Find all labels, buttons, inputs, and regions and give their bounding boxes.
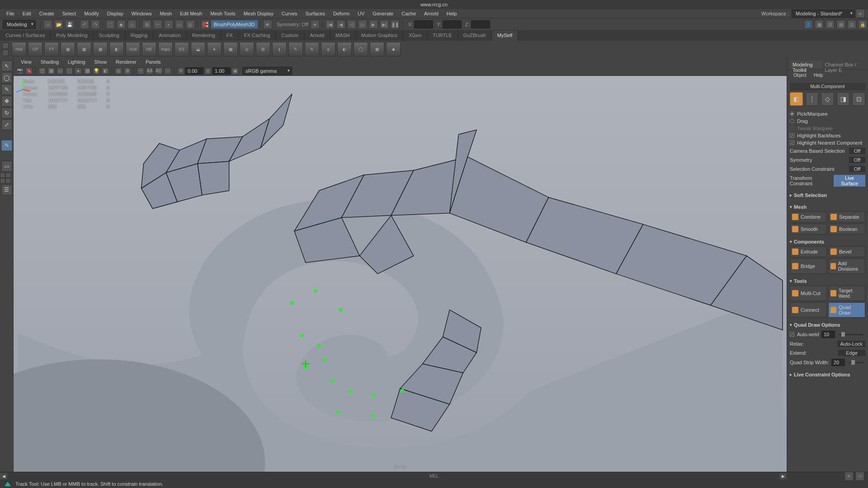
- vp-grid-icon[interactable]: ▦: [47, 67, 55, 75]
- shelf-ring-icon[interactable]: ◎: [240, 42, 254, 56]
- vp-view[interactable]: View: [16, 58, 36, 66]
- tab-custom[interactable]: Custom: [276, 31, 304, 41]
- vp-color-icon[interactable]: ◉: [231, 67, 239, 75]
- vp-textured-icon[interactable]: ▩: [84, 67, 91, 75]
- snap-point-icon[interactable]: •: [164, 20, 173, 29]
- tab-motion-graphics[interactable]: Motion Graphics: [356, 31, 403, 41]
- layout-d-icon[interactable]: [5, 178, 11, 183]
- vertex-mode-button[interactable]: ⋮: [806, 92, 819, 106]
- vp-xray-icon[interactable]: ◎: [115, 67, 122, 75]
- play-back-icon[interactable]: ◁: [347, 20, 356, 29]
- vp-shaded-icon[interactable]: ●: [75, 67, 82, 75]
- layout1-icon[interactable]: ▦: [815, 20, 824, 29]
- construction-history-icon[interactable]: ❖: [263, 20, 272, 29]
- colorspace-dropdown[interactable]: sRGB gamma: [242, 67, 292, 75]
- x-input[interactable]: [414, 20, 433, 28]
- quad-draw-options-section[interactable]: Quad Draw Options: [790, 320, 865, 329]
- relax-value[interactable]: Auto-Lock: [837, 341, 865, 347]
- rewind-icon[interactable]: |◀: [326, 20, 335, 29]
- menu-curves[interactable]: Curves: [278, 9, 302, 18]
- vp-iso-icon[interactable]: ◫: [38, 67, 46, 75]
- shelf-snap-icon[interactable]: ↯: [305, 42, 319, 56]
- shelf-cubes-icon[interactable]: ▦: [77, 42, 91, 56]
- sidebar-toggle-icon[interactable]: ≡: [856, 9, 865, 18]
- shelf-cube-solid-icon[interactable]: ◧: [109, 42, 124, 56]
- shelf-split-icon[interactable]: ⫿: [272, 42, 287, 56]
- menu-deform[interactable]: Deform: [329, 9, 354, 18]
- subtab-help[interactable]: Help: [810, 71, 827, 79]
- vp-motion-icon[interactable]: 〰: [137, 67, 144, 75]
- selection-constraint-value[interactable]: Off: [849, 166, 865, 172]
- highlight-backfaces-check[interactable]: [790, 133, 794, 138]
- tab-fx-caching[interactable]: FX Caching: [239, 31, 276, 41]
- vp-renderer[interactable]: Renderer: [111, 58, 141, 66]
- menu-set-dropdown[interactable]: Modeling: [3, 20, 36, 29]
- shelf-lattice-icon[interactable]: ▦: [370, 42, 384, 56]
- layout-c-icon[interactable]: [0, 178, 5, 183]
- shelf-he-button[interactable]: HE: [142, 42, 156, 56]
- viewport[interactable]: Verts:5050555050550 Edges:15077391507739…: [14, 76, 787, 472]
- tab-poly-modeling[interactable]: Poly Modeling: [51, 31, 93, 41]
- components-section[interactable]: Components: [790, 237, 865, 246]
- shelf-cp-button[interactable]: CP: [28, 42, 42, 56]
- face-mode-button[interactable]: ◨: [837, 92, 850, 106]
- auto-weld-slider[interactable]: [839, 334, 863, 335]
- shelf-outl-button[interactable]: Outl: [126, 42, 140, 56]
- shelf-impo-button[interactable]: Impo: [158, 42, 173, 56]
- mesh-section[interactable]: Mesh: [790, 202, 865, 211]
- step-fwd-icon[interactable]: ▶: [369, 20, 378, 29]
- fwd-end-icon[interactable]: ▶|: [380, 20, 389, 29]
- tab-channel-box[interactable]: Channel Box / Layer E: [822, 61, 865, 69]
- tab-rigging[interactable]: Rigging: [125, 31, 153, 41]
- shelf-bridge-icon[interactable]: ⫼: [321, 42, 335, 56]
- rotate-tool[interactable]: ↻: [1, 108, 12, 118]
- menu-edit-mesh[interactable]: Edit Mesh: [176, 9, 206, 18]
- shelf-diamond-icon[interactable]: ◆: [386, 42, 401, 56]
- auto-weld-value[interactable]: [821, 331, 835, 338]
- tab-myself[interactable]: MySelf: [492, 31, 519, 41]
- symmetry-dropdown-icon[interactable]: ▾: [311, 20, 320, 29]
- shelf-torus-icon[interactable]: ◯: [354, 42, 368, 56]
- extrude-button[interactable]: Extrude: [790, 246, 827, 257]
- vp-gate-icon[interactable]: ▭: [57, 67, 64, 75]
- connect-button[interactable]: Connect: [790, 302, 827, 318]
- vp-shading[interactable]: Shading: [36, 58, 63, 66]
- last-tool[interactable]: ✎: [1, 140, 12, 151]
- lasso-tool[interactable]: ◯: [1, 72, 12, 83]
- menu-edit[interactable]: Edit: [19, 9, 35, 18]
- snap-plane-icon[interactable]: ▭: [175, 20, 184, 29]
- vp-bookmark-icon[interactable]: 🔖: [25, 67, 33, 75]
- live-constraint-section[interactable]: Live Constraint Options: [790, 370, 865, 379]
- tab-rendering[interactable]: Rendering: [187, 31, 221, 41]
- soft-selection-section[interactable]: Soft Selection: [790, 191, 865, 200]
- shelf-cubes2-icon[interactable]: ▦: [93, 42, 108, 56]
- shelf-grid-icon[interactable]: ⊞: [256, 42, 270, 56]
- tab-sculpting[interactable]: Sculpting: [94, 31, 125, 41]
- edge-mode-button[interactable]: ◇: [821, 92, 834, 106]
- layout3-icon[interactable]: ▤: [836, 20, 845, 29]
- quad-strip-width-value[interactable]: [831, 359, 845, 366]
- pick-marquee-radio[interactable]: [790, 112, 794, 116]
- menu-mesh[interactable]: Mesh: [156, 9, 176, 18]
- play-fwd-icon[interactable]: ▷: [358, 20, 367, 29]
- exposure-field[interactable]: 0.00: [185, 67, 203, 75]
- vp-gamma-icon[interactable]: γ: [204, 67, 212, 75]
- object-mode-button[interactable]: ◧: [790, 92, 803, 106]
- magnet-icon[interactable]: 🧲: [201, 20, 210, 29]
- shelf-cube-icon[interactable]: ▦: [61, 42, 75, 56]
- camera-based-value[interactable]: Off: [849, 148, 865, 154]
- layout-a-icon[interactable]: [0, 173, 5, 178]
- vp-lights-icon[interactable]: 💡: [93, 67, 100, 75]
- menu-mesh-tools[interactable]: Mesh Tools: [206, 9, 239, 18]
- shelf-sphere-icon[interactable]: ●: [207, 42, 222, 56]
- smooth-button[interactable]: Smooth: [790, 224, 827, 235]
- vp-wireframe-icon[interactable]: ⬚: [66, 67, 73, 75]
- vp-joints-icon[interactable]: ⊕: [124, 67, 131, 75]
- bevel-button[interactable]: Bevel: [828, 246, 865, 257]
- vp-panels[interactable]: Panels: [141, 58, 165, 66]
- live-object-field[interactable]: BrushPolyMesh3D: [211, 20, 258, 29]
- menu-mesh-display[interactable]: Mesh Display: [240, 9, 278, 18]
- redo-icon[interactable]: ↷: [91, 20, 100, 29]
- shelf-hist-button[interactable]: Hist: [12, 42, 26, 56]
- tab-gozbrush[interactable]: GoZBrush: [458, 31, 492, 41]
